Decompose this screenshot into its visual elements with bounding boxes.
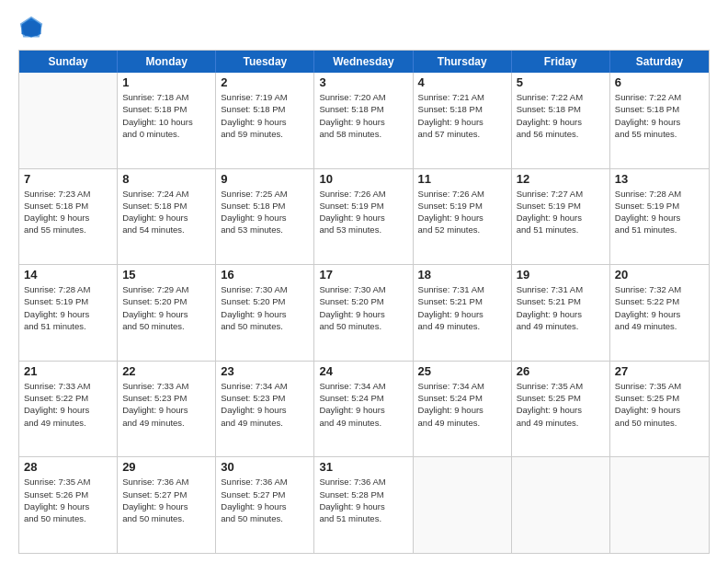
day-text: Sunrise: 7:34 AM Sunset: 5:23 PM Dayligh…	[221, 380, 309, 429]
day-text: Sunrise: 7:22 AM Sunset: 5:18 PM Dayligh…	[517, 91, 605, 140]
day-text: Sunrise: 7:26 AM Sunset: 5:19 PM Dayligh…	[418, 188, 506, 236]
calendar-day-cell: 28Sunrise: 7:35 AM Sunset: 5:26 PM Dayli…	[19, 457, 118, 553]
calendar-day-cell: 26Sunrise: 7:35 AM Sunset: 5:25 PM Dayli…	[512, 362, 610, 457]
calendar-week-row: 7Sunrise: 7:23 AM Sunset: 5:18 PM Daylig…	[19, 169, 709, 266]
calendar-header-cell: Monday	[118, 51, 216, 73]
day-number: 12	[517, 172, 605, 186]
calendar-day-cell: 23Sunrise: 7:34 AM Sunset: 5:23 PM Dayli…	[216, 362, 314, 457]
calendar-header-cell: Wednesday	[314, 51, 413, 73]
calendar-header-cell: Sunday	[19, 51, 118, 73]
calendar-day-cell	[414, 457, 512, 553]
day-number: 14	[24, 268, 112, 282]
calendar-day-cell: 18Sunrise: 7:31 AM Sunset: 5:21 PM Dayli…	[414, 265, 512, 361]
calendar-day-cell: 31Sunrise: 7:36 AM Sunset: 5:28 PM Dayli…	[314, 457, 413, 553]
calendar-header: SundayMondayTuesdayWednesdayThursdayFrid…	[19, 51, 709, 73]
day-number: 25	[418, 364, 506, 378]
calendar-day-cell: 25Sunrise: 7:34 AM Sunset: 5:24 PM Dayli…	[414, 362, 512, 457]
calendar-day-cell: 15Sunrise: 7:29 AM Sunset: 5:20 PM Dayli…	[118, 265, 216, 361]
day-text: Sunrise: 7:36 AM Sunset: 5:28 PM Dayligh…	[319, 476, 407, 524]
calendar-day-cell: 8Sunrise: 7:24 AM Sunset: 5:18 PM Daylig…	[118, 169, 216, 265]
day-number: 10	[319, 172, 407, 186]
day-number: 18	[418, 268, 506, 282]
day-number: 15	[122, 268, 210, 282]
day-text: Sunrise: 7:26 AM Sunset: 5:19 PM Dayligh…	[319, 188, 407, 236]
day-number: 4	[418, 75, 506, 89]
calendar-day-cell: 22Sunrise: 7:33 AM Sunset: 5:23 PM Dayli…	[118, 362, 216, 457]
calendar-day-cell: 2Sunrise: 7:19 AM Sunset: 5:18 PM Daylig…	[216, 73, 314, 168]
day-text: Sunrise: 7:34 AM Sunset: 5:24 PM Dayligh…	[319, 380, 407, 429]
day-text: Sunrise: 7:25 AM Sunset: 5:18 PM Dayligh…	[221, 188, 309, 236]
calendar-day-cell: 14Sunrise: 7:28 AM Sunset: 5:19 PM Dayli…	[19, 265, 118, 361]
day-text: Sunrise: 7:29 AM Sunset: 5:20 PM Dayligh…	[122, 283, 210, 332]
calendar-week-row: 21Sunrise: 7:33 AM Sunset: 5:22 PM Dayli…	[19, 362, 709, 458]
day-text: Sunrise: 7:34 AM Sunset: 5:24 PM Dayligh…	[418, 380, 506, 429]
day-number: 24	[319, 364, 407, 378]
day-text: Sunrise: 7:18 AM Sunset: 5:18 PM Dayligh…	[122, 91, 210, 140]
day-text: Sunrise: 7:19 AM Sunset: 5:18 PM Dayligh…	[221, 91, 309, 140]
day-text: Sunrise: 7:30 AM Sunset: 5:20 PM Dayligh…	[319, 283, 407, 332]
calendar-header-cell: Tuesday	[216, 51, 314, 73]
calendar-day-cell: 7Sunrise: 7:23 AM Sunset: 5:18 PM Daylig…	[19, 169, 118, 265]
day-text: Sunrise: 7:23 AM Sunset: 5:18 PM Dayligh…	[24, 188, 112, 236]
calendar-day-cell: 19Sunrise: 7:31 AM Sunset: 5:21 PM Dayli…	[512, 265, 610, 361]
day-number: 26	[517, 364, 605, 378]
day-number: 17	[319, 268, 407, 282]
header	[18, 15, 710, 40]
calendar-week-row: 14Sunrise: 7:28 AM Sunset: 5:19 PM Dayli…	[19, 265, 709, 362]
calendar-header-cell: Friday	[512, 51, 610, 73]
day-number: 21	[24, 364, 112, 378]
day-number: 1	[122, 75, 210, 89]
calendar-day-cell: 11Sunrise: 7:26 AM Sunset: 5:19 PM Dayli…	[414, 169, 512, 265]
day-number: 19	[517, 268, 605, 282]
calendar-day-cell: 1Sunrise: 7:18 AM Sunset: 5:18 PM Daylig…	[118, 73, 216, 168]
day-number: 23	[221, 364, 309, 378]
day-number: 9	[221, 172, 309, 186]
day-number: 8	[122, 172, 210, 186]
day-text: Sunrise: 7:33 AM Sunset: 5:22 PM Dayligh…	[24, 380, 112, 429]
calendar-day-cell: 10Sunrise: 7:26 AM Sunset: 5:19 PM Dayli…	[314, 169, 413, 265]
day-number: 3	[319, 75, 407, 89]
logo	[18, 15, 48, 40]
day-text: Sunrise: 7:35 AM Sunset: 5:26 PM Dayligh…	[24, 476, 112, 524]
calendar-day-cell: 13Sunrise: 7:28 AM Sunset: 5:19 PM Dayli…	[610, 169, 709, 265]
calendar-header-cell: Saturday	[610, 51, 709, 73]
calendar-day-cell: 27Sunrise: 7:35 AM Sunset: 5:25 PM Dayli…	[610, 362, 709, 457]
calendar-day-cell: 21Sunrise: 7:33 AM Sunset: 5:22 PM Dayli…	[19, 362, 118, 457]
day-number: 7	[24, 172, 112, 186]
day-text: Sunrise: 7:24 AM Sunset: 5:18 PM Dayligh…	[122, 188, 210, 236]
calendar-day-cell: 12Sunrise: 7:27 AM Sunset: 5:19 PM Dayli…	[512, 169, 610, 265]
day-number: 30	[221, 460, 309, 474]
day-text: Sunrise: 7:28 AM Sunset: 5:19 PM Dayligh…	[24, 283, 112, 332]
calendar-week-row: 1Sunrise: 7:18 AM Sunset: 5:18 PM Daylig…	[19, 73, 709, 169]
calendar-day-cell: 5Sunrise: 7:22 AM Sunset: 5:18 PM Daylig…	[512, 73, 610, 168]
day-text: Sunrise: 7:20 AM Sunset: 5:18 PM Dayligh…	[319, 91, 407, 140]
day-number: 2	[221, 75, 309, 89]
calendar: SundayMondayTuesdayWednesdayThursdayFrid…	[18, 50, 710, 554]
day-text: Sunrise: 7:22 AM Sunset: 5:18 PM Dayligh…	[615, 91, 704, 140]
day-text: Sunrise: 7:36 AM Sunset: 5:27 PM Dayligh…	[221, 476, 309, 524]
day-number: 13	[615, 172, 704, 186]
logo-icon	[18, 15, 44, 40]
calendar-day-cell: 6Sunrise: 7:22 AM Sunset: 5:18 PM Daylig…	[610, 73, 709, 168]
calendar-day-cell: 4Sunrise: 7:21 AM Sunset: 5:18 PM Daylig…	[414, 73, 512, 168]
calendar-body: 1Sunrise: 7:18 AM Sunset: 5:18 PM Daylig…	[19, 73, 709, 553]
day-text: Sunrise: 7:35 AM Sunset: 5:25 PM Dayligh…	[615, 380, 704, 429]
day-text: Sunrise: 7:35 AM Sunset: 5:25 PM Dayligh…	[517, 380, 605, 429]
day-number: 6	[615, 75, 704, 89]
calendar-day-cell: 9Sunrise: 7:25 AM Sunset: 5:18 PM Daylig…	[216, 169, 314, 265]
day-number: 28	[24, 460, 112, 474]
day-number: 22	[122, 364, 210, 378]
day-text: Sunrise: 7:30 AM Sunset: 5:20 PM Dayligh…	[221, 283, 309, 332]
calendar-day-cell: 17Sunrise: 7:30 AM Sunset: 5:20 PM Dayli…	[314, 265, 413, 361]
calendar-day-cell: 29Sunrise: 7:36 AM Sunset: 5:27 PM Dayli…	[118, 457, 216, 553]
day-text: Sunrise: 7:36 AM Sunset: 5:27 PM Dayligh…	[122, 476, 210, 524]
calendar-day-cell: 16Sunrise: 7:30 AM Sunset: 5:20 PM Dayli…	[216, 265, 314, 361]
day-number: 16	[221, 268, 309, 282]
day-text: Sunrise: 7:28 AM Sunset: 5:19 PM Dayligh…	[615, 188, 704, 236]
day-text: Sunrise: 7:27 AM Sunset: 5:19 PM Dayligh…	[517, 188, 605, 236]
day-text: Sunrise: 7:31 AM Sunset: 5:21 PM Dayligh…	[418, 283, 506, 332]
page: SundayMondayTuesdayWednesdayThursdayFrid…	[0, 0, 728, 563]
day-text: Sunrise: 7:21 AM Sunset: 5:18 PM Dayligh…	[418, 91, 506, 140]
calendar-day-cell: 3Sunrise: 7:20 AM Sunset: 5:18 PM Daylig…	[314, 73, 413, 168]
day-number: 20	[615, 268, 704, 282]
